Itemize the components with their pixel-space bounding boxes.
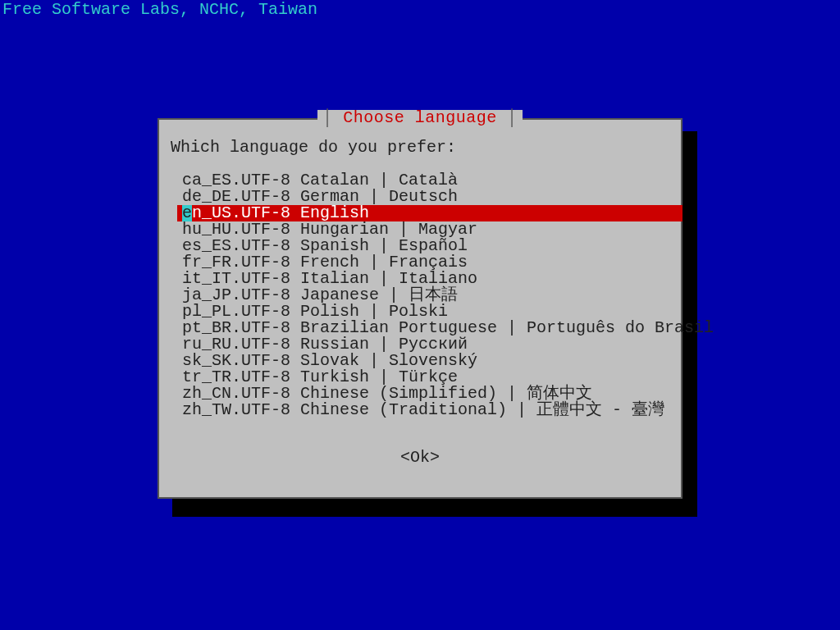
language-option[interactable]: es_ES.UTF-8 Spanish | Español xyxy=(182,238,658,254)
language-list[interactable]: ca_ES.UTF-8 Catalan | Catalàde_DE.UTF-8 … xyxy=(182,172,658,418)
hotkey: e xyxy=(182,205,192,221)
language-option[interactable]: ja_JP.UTF-8 Japanese | 日本語 xyxy=(182,287,658,304)
language-option[interactable]: hu_HU.UTF-8 Hungarian | Magyar xyxy=(182,221,658,238)
header-text: Free Software Labs, NCHC, Taiwan xyxy=(2,2,317,18)
language-option[interactable]: pl_PL.UTF-8 Polish | Polski xyxy=(182,304,658,320)
language-option[interactable]: ru_RU.UTF-8 Russian | Русский xyxy=(182,336,658,353)
dialog-prompt: Which language do you prefer: xyxy=(171,139,456,156)
dialog-title: Choose language xyxy=(317,110,523,126)
language-option[interactable]: tr_TR.UTF-8 Turkish | Türkçe xyxy=(182,369,658,386)
language-option[interactable]: zh_TW.UTF-8 Chinese (Traditional) | 正體中文… xyxy=(182,402,658,418)
language-option[interactable]: en_US.UTF-8 English xyxy=(177,205,682,221)
language-option[interactable]: it_IT.UTF-8 Italian | Italiano xyxy=(182,271,658,287)
dialog-title-wrap: Choose language xyxy=(159,110,681,126)
language-option[interactable]: pt_BR.UTF-8 Brazilian Portuguese | Portu… xyxy=(182,320,658,336)
language-option[interactable]: ca_ES.UTF-8 Catalan | Català xyxy=(182,172,658,189)
ok-button[interactable]: <Ok> xyxy=(159,450,681,466)
language-option[interactable]: zh_CN.UTF-8 Chinese (Simplified) | 简体中文 xyxy=(182,386,658,402)
language-option[interactable]: sk_SK.UTF-8 Slovak | Slovenský xyxy=(182,353,658,369)
language-option[interactable]: de_DE.UTF-8 German | Deutsch xyxy=(182,189,658,205)
language-dialog: Choose language Which language do you pr… xyxy=(158,118,682,499)
language-option[interactable]: fr_FR.UTF-8 French | Français xyxy=(182,254,658,271)
